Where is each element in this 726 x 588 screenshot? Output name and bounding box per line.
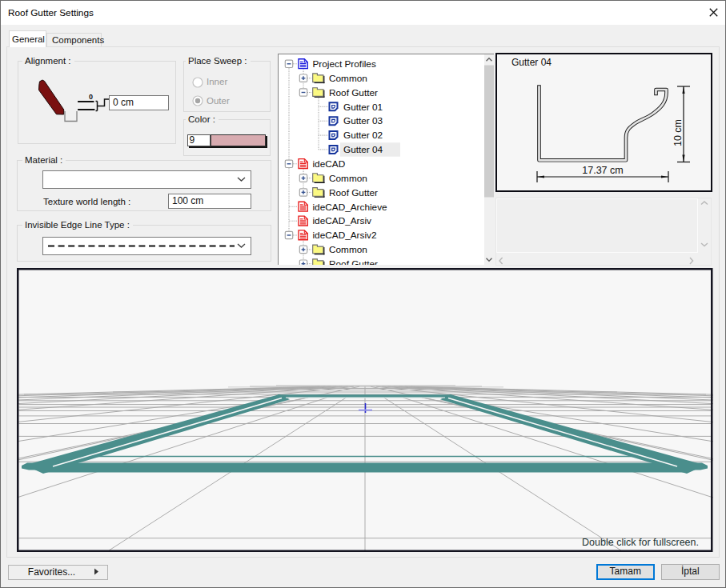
- svg-text:Common: Common: [329, 172, 367, 183]
- svg-text:ideCAD_Arsiv2: ideCAD_Arsiv2: [312, 230, 376, 241]
- svg-text:Common: Common: [329, 244, 367, 255]
- svg-text:Gutter 03: Gutter 03: [343, 115, 383, 126]
- svg-text:Roof Gutter: Roof Gutter: [329, 258, 378, 264]
- svg-text:Double click for fullscreen.: Double click for fullscreen.: [582, 537, 699, 548]
- svg-text:Gutter 04: Gutter 04: [343, 144, 383, 155]
- svg-text:Roof Gutter: Roof Gutter: [329, 186, 378, 198]
- svg-text:Roof Gutter: Roof Gutter: [329, 86, 378, 98]
- svg-text:ideCAD: ideCAD: [312, 158, 345, 169]
- svg-text:Project Profiles: Project Profiles: [312, 58, 375, 70]
- svg-text:17.37 cm: 17.37 cm: [582, 165, 623, 176]
- svg-text:ideCAD_Arsiv: ideCAD_Arsiv: [312, 215, 371, 226]
- svg-text:Gutter 02: Gutter 02: [343, 130, 383, 141]
- svg-text:10 cm: 10 cm: [672, 119, 684, 146]
- svg-text:Gutter 04: Gutter 04: [511, 57, 552, 68]
- svg-text:Common: Common: [329, 72, 367, 83]
- svg-text:0: 0: [89, 93, 93, 101]
- svg-text:ideCAD_Archieve: ideCAD_Archieve: [312, 201, 387, 212]
- svg-text:Gutter 01: Gutter 01: [343, 101, 383, 112]
